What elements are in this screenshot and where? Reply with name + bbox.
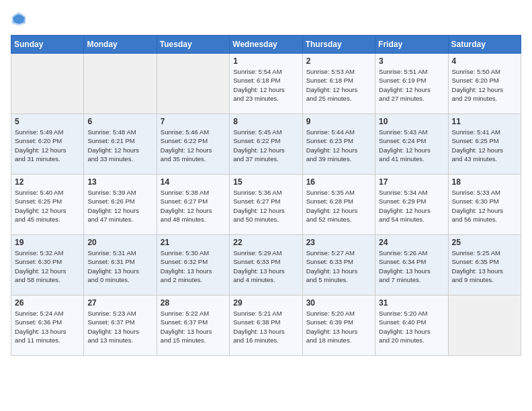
- day-number: 31: [379, 298, 444, 308]
- calendar-cell: 8Sunrise: 5:45 AM Sunset: 6:22 PM Daylig…: [230, 114, 302, 175]
- calendar-cell: 28Sunrise: 5:22 AM Sunset: 6:37 PM Dayli…: [157, 295, 229, 356]
- day-number: 15: [233, 177, 298, 187]
- day-info: Sunrise: 5:32 AM Sunset: 6:30 PM Dayligh…: [15, 248, 80, 284]
- day-number: 21: [161, 238, 226, 247]
- day-info: Sunrise: 5:21 AM Sunset: 6:38 PM Dayligh…: [233, 309, 298, 345]
- day-info: Sunrise: 5:27 AM Sunset: 6:33 PM Dayligh…: [306, 248, 371, 284]
- logo-icon: [11, 11, 27, 27]
- calendar-cell: 12Sunrise: 5:40 AM Sunset: 6:25 PM Dayli…: [11, 175, 84, 235]
- day-info: Sunrise: 5:51 AM Sunset: 6:19 PM Dayligh…: [379, 67, 444, 103]
- calendar-cell: 14Sunrise: 5:38 AM Sunset: 6:27 PM Dayli…: [157, 175, 229, 235]
- day-info: Sunrise: 5:25 AM Sunset: 6:35 PM Dayligh…: [452, 248, 517, 284]
- day-number: 1: [233, 56, 298, 66]
- day-info: Sunrise: 5:36 AM Sunset: 6:27 PM Dayligh…: [233, 188, 298, 224]
- day-number: 5: [15, 117, 80, 126]
- weekday-header-sunday: Sunday: [11, 36, 84, 54]
- calendar-cell: 13Sunrise: 5:39 AM Sunset: 6:26 PM Dayli…: [84, 175, 157, 235]
- day-info: Sunrise: 5:53 AM Sunset: 6:18 PM Dayligh…: [306, 67, 371, 103]
- day-number: 25: [452, 238, 517, 247]
- day-info: Sunrise: 5:23 AM Sunset: 6:37 PM Dayligh…: [87, 309, 152, 345]
- day-number: 17: [379, 177, 444, 187]
- day-number: 20: [87, 238, 152, 247]
- day-info: Sunrise: 5:41 AM Sunset: 6:25 PM Dayligh…: [452, 128, 517, 163]
- calendar-cell: 15Sunrise: 5:36 AM Sunset: 6:27 PM Dayli…: [230, 175, 302, 235]
- day-number: 19: [15, 238, 80, 247]
- calendar-cell: [157, 54, 229, 114]
- calendar-cell: 7Sunrise: 5:46 AM Sunset: 6:22 PM Daylig…: [157, 114, 229, 175]
- day-info: Sunrise: 5:24 AM Sunset: 6:36 PM Dayligh…: [15, 309, 80, 345]
- calendar-table: SundayMondayTuesdayWednesdayThursdayFrid…: [11, 35, 521, 356]
- day-number: 3: [379, 56, 444, 66]
- calendar-week-5: 26Sunrise: 5:24 AM Sunset: 6:36 PM Dayli…: [11, 295, 521, 356]
- day-info: Sunrise: 5:31 AM Sunset: 6:31 PM Dayligh…: [87, 248, 152, 284]
- calendar-cell: 6Sunrise: 5:48 AM Sunset: 6:21 PM Daylig…: [84, 114, 157, 175]
- day-number: 24: [379, 238, 444, 247]
- calendar-cell: 23Sunrise: 5:27 AM Sunset: 6:33 PM Dayli…: [302, 235, 375, 295]
- day-info: Sunrise: 5:50 AM Sunset: 6:20 PM Dayligh…: [452, 67, 517, 103]
- day-number: 23: [306, 238, 371, 247]
- calendar-cell: 18Sunrise: 5:33 AM Sunset: 6:30 PM Dayli…: [448, 175, 521, 235]
- day-info: Sunrise: 5:46 AM Sunset: 6:22 PM Dayligh…: [161, 128, 226, 163]
- calendar-cell: 21Sunrise: 5:30 AM Sunset: 6:32 PM Dayli…: [157, 235, 229, 295]
- day-info: Sunrise: 5:20 AM Sunset: 6:39 PM Dayligh…: [306, 309, 371, 345]
- calendar-cell: 29Sunrise: 5:21 AM Sunset: 6:38 PM Dayli…: [230, 295, 302, 356]
- header: [11, 11, 521, 27]
- day-info: Sunrise: 5:49 AM Sunset: 6:20 PM Dayligh…: [15, 128, 80, 163]
- day-number: 4: [452, 56, 517, 66]
- calendar-cell: 30Sunrise: 5:20 AM Sunset: 6:39 PM Dayli…: [302, 295, 375, 356]
- day-info: Sunrise: 5:44 AM Sunset: 6:23 PM Dayligh…: [306, 128, 371, 163]
- weekday-header-wednesday: Wednesday: [230, 36, 302, 54]
- calendar-cell: 26Sunrise: 5:24 AM Sunset: 6:36 PM Dayli…: [11, 295, 84, 356]
- calendar-cell: 5Sunrise: 5:49 AM Sunset: 6:20 PM Daylig…: [11, 114, 84, 175]
- day-number: 11: [452, 117, 517, 126]
- day-number: 27: [87, 298, 152, 308]
- calendar-cell: [11, 54, 84, 114]
- day-info: Sunrise: 5:45 AM Sunset: 6:22 PM Dayligh…: [233, 128, 298, 163]
- day-info: Sunrise: 5:39 AM Sunset: 6:26 PM Dayligh…: [87, 188, 152, 224]
- weekday-header-tuesday: Tuesday: [157, 36, 229, 54]
- calendar-cell: 20Sunrise: 5:31 AM Sunset: 6:31 PM Dayli…: [84, 235, 157, 295]
- day-info: Sunrise: 5:43 AM Sunset: 6:24 PM Dayligh…: [379, 128, 444, 163]
- calendar-cell: 27Sunrise: 5:23 AM Sunset: 6:37 PM Dayli…: [84, 295, 157, 356]
- day-info: Sunrise: 5:33 AM Sunset: 6:30 PM Dayligh…: [452, 188, 517, 224]
- calendar-cell: 4Sunrise: 5:50 AM Sunset: 6:20 PM Daylig…: [448, 54, 521, 114]
- calendar-cell: 19Sunrise: 5:32 AM Sunset: 6:30 PM Dayli…: [11, 235, 84, 295]
- day-number: 29: [233, 298, 298, 308]
- day-info: Sunrise: 5:34 AM Sunset: 6:29 PM Dayligh…: [379, 188, 444, 224]
- day-number: 14: [161, 177, 226, 187]
- day-number: 28: [161, 298, 226, 308]
- day-number: 13: [87, 177, 152, 187]
- weekday-header-thursday: Thursday: [302, 36, 375, 54]
- day-info: Sunrise: 5:22 AM Sunset: 6:37 PM Dayligh…: [161, 309, 226, 345]
- calendar-week-1: 1Sunrise: 5:54 AM Sunset: 6:18 PM Daylig…: [11, 54, 521, 114]
- calendar-cell: 3Sunrise: 5:51 AM Sunset: 6:19 PM Daylig…: [375, 54, 448, 114]
- weekday-header-friday: Friday: [375, 36, 448, 54]
- day-info: Sunrise: 5:40 AM Sunset: 6:25 PM Dayligh…: [15, 188, 80, 224]
- weekday-header-saturday: Saturday: [448, 36, 521, 54]
- day-number: 2: [306, 56, 371, 66]
- day-number: 7: [161, 117, 226, 126]
- calendar-week-3: 12Sunrise: 5:40 AM Sunset: 6:25 PM Dayli…: [11, 175, 521, 235]
- day-info: Sunrise: 5:30 AM Sunset: 6:32 PM Dayligh…: [161, 248, 226, 284]
- calendar-cell: 10Sunrise: 5:43 AM Sunset: 6:24 PM Dayli…: [375, 114, 448, 175]
- weekday-header-row: SundayMondayTuesdayWednesdayThursdayFrid…: [11, 36, 521, 54]
- calendar-cell: 24Sunrise: 5:26 AM Sunset: 6:34 PM Dayli…: [375, 235, 448, 295]
- calendar-week-4: 19Sunrise: 5:32 AM Sunset: 6:30 PM Dayli…: [11, 235, 521, 295]
- day-number: 8: [233, 117, 298, 126]
- day-info: Sunrise: 5:29 AM Sunset: 6:33 PM Dayligh…: [233, 248, 298, 284]
- calendar-cell: 9Sunrise: 5:44 AM Sunset: 6:23 PM Daylig…: [302, 114, 375, 175]
- day-info: Sunrise: 5:38 AM Sunset: 6:27 PM Dayligh…: [161, 188, 226, 224]
- day-number: 9: [306, 117, 371, 126]
- weekday-header-monday: Monday: [84, 36, 157, 54]
- day-info: Sunrise: 5:54 AM Sunset: 6:18 PM Dayligh…: [233, 67, 298, 103]
- day-number: 16: [306, 177, 371, 187]
- logo: [11, 11, 30, 27]
- calendar-cell: 2Sunrise: 5:53 AM Sunset: 6:18 PM Daylig…: [302, 54, 375, 114]
- day-number: 22: [233, 238, 298, 247]
- day-number: 6: [87, 117, 152, 126]
- calendar-cell: [448, 295, 521, 356]
- day-number: 30: [306, 298, 371, 308]
- calendar-cell: 25Sunrise: 5:25 AM Sunset: 6:35 PM Dayli…: [448, 235, 521, 295]
- calendar-week-2: 5Sunrise: 5:49 AM Sunset: 6:20 PM Daylig…: [11, 114, 521, 175]
- day-number: 18: [452, 177, 517, 187]
